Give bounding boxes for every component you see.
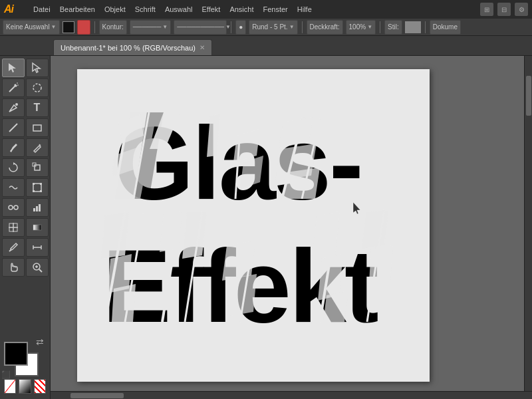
tool-row-7: [1, 178, 49, 197]
tool-row-11: [1, 258, 49, 277]
menu-fenster[interactable]: Fenster: [259, 4, 291, 15]
pattern-swatch[interactable]: [34, 379, 46, 394]
menu-hilfe[interactable]: Hilfe: [293, 4, 316, 15]
menu-auswahl[interactable]: Auswahl: [161, 4, 197, 15]
svg-line-2: [9, 86, 15, 92]
eyedropper-tool[interactable]: [2, 238, 25, 257]
sep3: [302, 21, 303, 33]
hand-tool[interactable]: [2, 258, 25, 277]
scale-tool[interactable]: [26, 158, 49, 177]
tool-row-4: [1, 118, 49, 137]
svg-marker-11: [13, 162, 15, 165]
menu-ansicht[interactable]: Ansicht: [225, 4, 257, 15]
menu-datei[interactable]: Datei: [29, 4, 55, 15]
tab-label: Unbenannt-1* bei 100 % (RGB/Vorschau): [61, 44, 196, 52]
tool-row-3: T: [1, 98, 49, 117]
svg-rect-24: [39, 204, 41, 211]
selection-dropdown[interactable]: Keine Auswahl ▼: [3, 20, 60, 35]
text-tool-icon: T: [34, 102, 41, 114]
svg-rect-28: [33, 225, 41, 230]
brush-dropdown[interactable]: Rund - 5 Pt. ▼: [249, 20, 297, 35]
effekt-text-group: Effekt: [101, 210, 393, 344]
fill-color[interactable]: [63, 21, 74, 33]
column-chart-tool[interactable]: [26, 198, 49, 217]
kontur-value[interactable]: ────────── ▼: [174, 20, 227, 35]
paintbrush-tool[interactable]: [2, 138, 25, 157]
tab-document[interactable]: Unbenannt-1* bei 100 % (RGB/Vorschau) ✕: [53, 39, 212, 55]
zoom-tool[interactable]: [26, 258, 49, 277]
svg-point-6: [33, 84, 41, 92]
menu-effekt[interactable]: Effekt: [198, 4, 224, 15]
tool-row-2: [1, 78, 49, 97]
line-tool[interactable]: [2, 118, 25, 137]
menu-schrift[interactable]: Schrift: [131, 4, 160, 15]
vertical-scrollbar[interactable]: [524, 56, 532, 391]
stroke-indicator[interactable]: [77, 20, 90, 35]
text-tool[interactable]: T: [26, 98, 49, 117]
svg-marker-1: [33, 63, 40, 72]
swatch-container: ⇄ ⬛: [4, 342, 39, 376]
h-scroll-thumb[interactable]: [70, 393, 124, 398]
color-mode-row: [4, 379, 46, 394]
tool-row-1: [1, 59, 49, 77]
style-box[interactable]: [405, 21, 421, 33]
swap-colors-icon[interactable]: ⇄: [36, 336, 44, 347]
svg-marker-65: [323, 291, 348, 322]
warp-tool[interactable]: [2, 178, 25, 197]
menu-objekt[interactable]: Objekt: [100, 4, 130, 15]
tab-close-button[interactable]: ✕: [200, 44, 205, 51]
gradient-swatch[interactable]: [19, 379, 31, 394]
kontur-label: Kontur:: [99, 20, 127, 35]
opacity-label: Deckkraft:: [307, 20, 343, 35]
opacity-value[interactable]: 100% ▼: [346, 20, 376, 35]
reset-colors-icon[interactable]: ⬛: [1, 370, 11, 379]
main-toolbar: Keine Auswahl ▼ Kontur: ────── ▼ ───────…: [0, 19, 532, 36]
color-swatches: ⇄ ⬛: [1, 339, 49, 396]
title-bar: Ai Datei Bearbeiten Objekt Schrift Auswa…: [0, 0, 532, 19]
free-transform-tool[interactable]: [26, 178, 49, 197]
measure-tool[interactable]: [26, 238, 49, 257]
selection-label: Keine Auswahl: [6, 23, 50, 31]
menu-bar: Datei Bearbeiten Objekt Schrift Auswahl …: [29, 4, 316, 15]
settings-icon[interactable]: ⚙: [515, 3, 528, 16]
v-scroll-thumb[interactable]: [526, 76, 531, 116]
direct-selection-tool[interactable]: [26, 59, 49, 77]
canvas-area: Glas-: [51, 56, 532, 399]
svg-rect-16: [40, 183, 42, 185]
svg-point-19: [9, 205, 13, 209]
svg-line-29: [9, 249, 11, 251]
horizontal-scrollbar[interactable]: [51, 391, 532, 399]
svg-rect-17: [33, 190, 35, 192]
arrange-icon[interactable]: ⊞: [480, 3, 493, 16]
pen-tool[interactable]: [2, 98, 25, 117]
sep4: [380, 21, 380, 33]
artboard: Glas-: [77, 69, 430, 382]
svg-rect-15: [33, 183, 35, 185]
svg-point-7: [15, 103, 18, 106]
pencil-tool[interactable]: [26, 138, 49, 157]
dropdown-arrow: ▼: [51, 24, 57, 30]
selection-tool[interactable]: [2, 59, 25, 77]
doc-label: Dokume: [430, 20, 461, 35]
no-color-swatch[interactable]: [4, 379, 16, 394]
blend-tool[interactable]: [2, 198, 25, 217]
menu-bearbeiten[interactable]: Bearbeiten: [56, 4, 99, 15]
kontur-dropdown[interactable]: ────── ▼: [130, 20, 171, 35]
mesh-tool[interactable]: [2, 218, 25, 237]
tools-panel: T: [0, 56, 51, 399]
svg-point-20: [14, 205, 18, 209]
kontur-arrow: ▼: [162, 24, 168, 30]
magic-wand-tool[interactable]: [2, 78, 25, 97]
tool-row-8: [1, 198, 49, 217]
lasso-tool[interactable]: [26, 78, 49, 97]
app-logo: Ai: [4, 3, 24, 15]
gradient-tool[interactable]: [26, 218, 49, 237]
artwork-svg: Glas-: [77, 69, 430, 382]
rect-tool[interactable]: [26, 118, 49, 137]
svg-line-8: [9, 124, 17, 132]
tool-row-10: [1, 238, 49, 257]
sep1: [94, 21, 95, 33]
rotate-tool[interactable]: [2, 158, 25, 177]
foreground-color-swatch[interactable]: [4, 342, 28, 366]
grid-icon[interactable]: ⊟: [497, 3, 511, 16]
